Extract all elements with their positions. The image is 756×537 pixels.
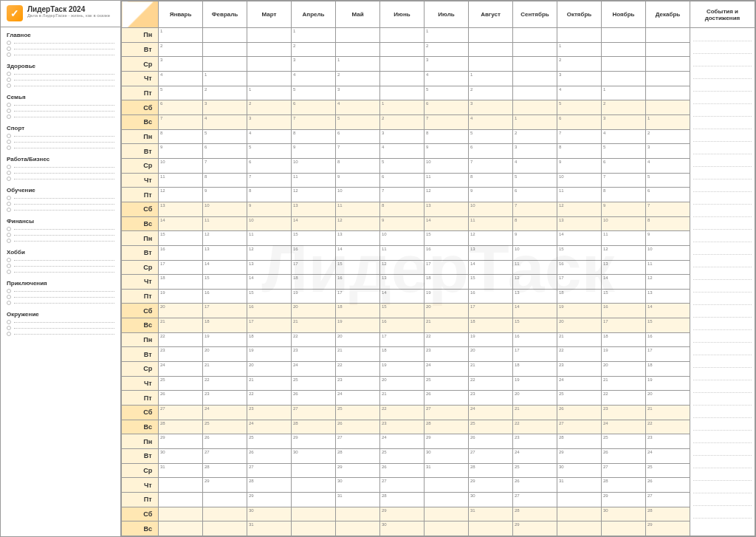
- calendar-cell: 27: [203, 449, 247, 464]
- bullet-icon: [7, 264, 11, 268]
- calendar-cell: 25: [336, 406, 380, 420]
- calendar-cell: 10: [646, 245, 690, 260]
- calendar-cell: 10: [469, 202, 513, 216]
- calendar-cell: 20: [513, 391, 557, 406]
- calendar-cell: [513, 100, 557, 115]
- calendar-cell: 10: [425, 158, 469, 173]
- calendar-cell: 11: [557, 188, 602, 202]
- category-title: Спорт: [7, 125, 114, 131]
- calendar-cell: 1: [425, 28, 469, 43]
- calendar-cell: 1: [159, 28, 203, 43]
- calendar-cell: 11: [159, 173, 203, 188]
- calendar-cell: 14: [602, 275, 646, 290]
- calendar-cell: 18: [159, 275, 203, 290]
- calendar-cell: 30: [380, 521, 425, 536]
- calendar-cell: 15: [247, 289, 292, 304]
- bullet-icon: [7, 114, 11, 119]
- calendar-cell: 17: [425, 260, 469, 275]
- calendar-cell: 24: [469, 406, 513, 420]
- calendar-cell: 4: [292, 71, 336, 86]
- calendar-cell: [469, 521, 513, 536]
- calendar-cell: [159, 507, 203, 521]
- calendar-cell: 6: [646, 188, 690, 202]
- calendar-cell: 29: [513, 521, 557, 536]
- events-column: [690, 28, 755, 536]
- calendar-cell: 7: [557, 129, 602, 144]
- calendar-cell: 16: [292, 245, 336, 260]
- calendar-cell: 16: [247, 304, 292, 318]
- dayname-cell: Вт: [138, 347, 159, 362]
- calendar-cell: 8: [646, 216, 690, 231]
- calendar-cell: 19: [513, 376, 557, 391]
- sidebar: ✓ ЛидерТаск 2024 Дела в ЛидерТаске - жиз…: [1, 1, 121, 536]
- category-line: [7, 320, 114, 324]
- calendar-cell: 7: [602, 173, 646, 188]
- calendar-cell: 24: [336, 391, 380, 406]
- calendar-cell: 7: [513, 202, 557, 216]
- calendar-cell: 17: [513, 347, 557, 362]
- calendar-cell: 2: [159, 42, 203, 57]
- calendar-cell: 17: [336, 289, 380, 304]
- dayname-cell: Сб: [138, 202, 159, 216]
- calendar-cell: 6: [203, 144, 247, 159]
- calendar-cell: 14: [646, 304, 690, 318]
- calendar-cell: 18: [380, 347, 425, 362]
- calendar-cell: [602, 71, 646, 86]
- dayname-cell: Пт: [138, 289, 159, 304]
- dayname-cell: Сб: [138, 406, 159, 420]
- dayname-cell: Чт: [138, 71, 159, 86]
- bullet-icon: [7, 171, 11, 175]
- calendar-cell: [336, 521, 380, 536]
- calendar-cell: 22: [557, 347, 602, 362]
- calendar-cell: 15: [602, 289, 646, 304]
- category-title: Приключения: [7, 280, 114, 287]
- calendar-cell: 25: [513, 463, 557, 478]
- calendar-cell: 3: [247, 114, 292, 129]
- category-title: Обучение: [7, 187, 114, 194]
- header-corner: [122, 1, 159, 28]
- dayname-cell: Пт: [138, 493, 159, 507]
- calendar-cell: 5: [380, 158, 425, 173]
- calendar-cell: 26: [646, 478, 690, 493]
- calendar-cell: 26: [469, 434, 513, 449]
- dayname-cell: Пн: [138, 332, 159, 347]
- calendar-cell: 1: [557, 42, 602, 57]
- calendar-cell: 15: [336, 260, 380, 275]
- calendar-cell: 8: [159, 129, 203, 144]
- calendar-cell: 28: [336, 449, 380, 464]
- calendar-cell: 17: [247, 318, 292, 333]
- bullet-icon: [7, 72, 11, 76]
- bullet-icon: [7, 47, 11, 51]
- calendar-cell: 3: [159, 57, 203, 72]
- calendar-cell: 17: [292, 260, 336, 275]
- calendar-cell: 7: [336, 144, 380, 159]
- category-line: [7, 196, 114, 200]
- dayname-cell: Сб: [138, 304, 159, 318]
- calendar-cell: 21: [557, 332, 602, 347]
- calendar-cell: 2: [380, 114, 425, 129]
- calendar-cell: 10: [513, 245, 557, 260]
- category-line: [7, 140, 114, 144]
- calendar-cell: 25: [557, 391, 602, 406]
- calendar-cell: 5: [557, 100, 602, 115]
- calendar-cell: 8: [336, 158, 380, 173]
- calendar-cell: 14: [247, 275, 292, 290]
- calendar-cell: 13: [425, 202, 469, 216]
- calendar-cell: 22: [203, 376, 247, 391]
- calendar-cell: 29: [203, 478, 247, 493]
- calendar-cell: [203, 507, 247, 521]
- bullet-icon: [7, 52, 11, 57]
- calendar-cell: 19: [602, 347, 646, 362]
- category-line: [7, 233, 114, 237]
- bullet-icon: [7, 326, 11, 330]
- calendar-cell: 3: [557, 71, 602, 86]
- calendar-cell: 24: [159, 362, 203, 377]
- calendar-cell: 29: [469, 478, 513, 493]
- calendar-cell: 7: [380, 188, 425, 202]
- category-title: Окружение: [7, 311, 114, 318]
- calendar-cell: 29: [292, 434, 336, 449]
- calendar-cell: 31: [469, 507, 513, 521]
- calendar-cell: 18: [557, 289, 602, 304]
- calendar-cell: 16: [513, 332, 557, 347]
- calendar-cell: 20: [336, 332, 380, 347]
